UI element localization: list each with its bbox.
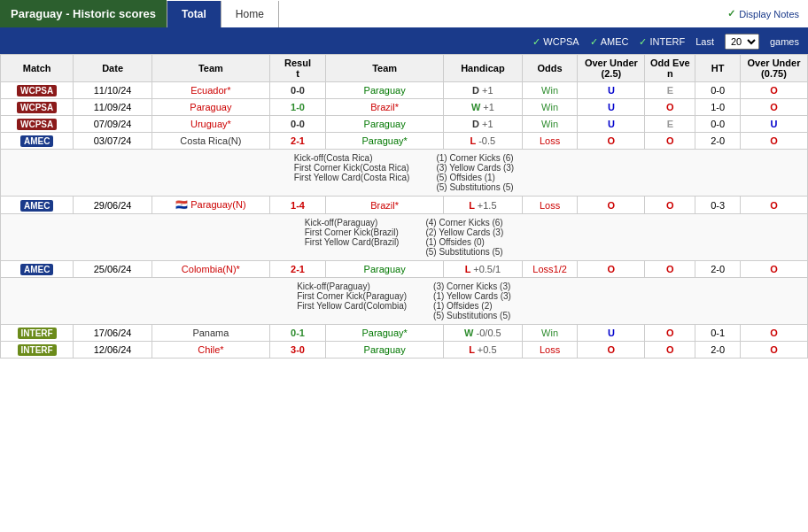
badge-cell: WCPSA <box>1 82 74 99</box>
date-cell: 29/06/24 <box>74 197 152 214</box>
ou25-cell: U <box>578 82 645 99</box>
result-cell: 1-4 <box>269 197 325 214</box>
detail-left: Kick-off(Paraguay)First Corner Kick(Para… <box>297 281 407 320</box>
detail-row: Kick-off(Paraguay)First Corner Kick(Braz… <box>1 214 808 261</box>
oddeven-cell: O <box>645 197 695 214</box>
result-letter-cell: L -0.5 <box>444 133 523 150</box>
result-letter-cell: D +1 <box>444 116 523 133</box>
checkmark-icon: ✓ <box>727 8 735 19</box>
table-row: INTERF 17/06/24 Panama 0-1 Paraguay* W -… <box>1 325 808 342</box>
col-ou25: Over Under (2.5) <box>578 55 645 82</box>
filter-wcpsa[interactable]: ✓ WCPSA <box>532 36 579 48</box>
last-select[interactable]: 20 10 30 50 <box>725 34 759 50</box>
ou075-cell: O <box>740 133 807 150</box>
odds-cell: Win <box>522 99 578 116</box>
oddeven-cell: E <box>645 82 695 99</box>
result-cell: 2-1 <box>269 133 325 150</box>
ou075-cell: O <box>740 342 807 359</box>
matches-table: Match Date Team Result Team Handicap Odd… <box>0 54 808 359</box>
detail-cell: Kick-off(Costa Rica)First Corner Kick(Co… <box>1 150 808 197</box>
header-title: Paraguay - Historic scores <box>0 0 167 27</box>
tab-home[interactable]: Home <box>221 1 279 27</box>
ht-cell: 0-1 <box>695 325 741 342</box>
team1-cell: Costa Rica(N) <box>152 133 269 150</box>
ou25-cell: O <box>578 261 645 278</box>
table-row: WCPSA 11/10/24 Ecuador* 0-0 Paraguay D +… <box>1 82 808 99</box>
oddeven-cell: O <box>645 325 695 342</box>
odds-cell: Loss <box>522 342 578 359</box>
ht-cell: 0-3 <box>695 197 741 214</box>
col-date: Date <box>74 55 152 82</box>
oddeven-cell: O <box>645 261 695 278</box>
display-notes-toggle[interactable]: ✓ Display Notes <box>719 4 808 23</box>
ht-cell: 1-0 <box>695 99 741 116</box>
badge-cell: AMEC <box>1 261 74 278</box>
oddeven-cell: O <box>645 342 695 359</box>
ht-cell: 0-0 <box>695 116 741 133</box>
ou075-cell: O <box>740 197 807 214</box>
team1-cell: 🇵🇾 Paraguay(N) <box>152 197 269 214</box>
badge-cell: INTERF <box>1 342 74 359</box>
ht-cell: 2-0 <box>695 261 741 278</box>
team2-cell: Paraguay <box>326 261 444 278</box>
team2-cell: Paraguay <box>326 82 444 99</box>
table-row: AMEC 03/07/24 Costa Rica(N) 2-1 Paraguay… <box>1 133 808 150</box>
date-cell: 03/07/24 <box>74 133 152 150</box>
col-result: Result <box>269 55 325 82</box>
result-cell: 1-0 <box>269 99 325 116</box>
filter-interf[interactable]: ✓ INTERF <box>639 36 685 48</box>
oddeven-cell: E <box>645 116 695 133</box>
result-letter-cell: W +1 <box>444 99 523 116</box>
date-cell: 17/06/24 <box>74 325 152 342</box>
badge-cell: INTERF <box>1 325 74 342</box>
tab-total[interactable]: Total <box>167 1 221 27</box>
oddeven-cell: O <box>645 99 695 116</box>
col-match: Match <box>1 55 74 82</box>
odds-cell: Loss <box>522 133 578 150</box>
detail-row: Kick-off(Paraguay)First Corner Kick(Para… <box>1 278 808 325</box>
amec-check-icon: ✓ <box>590 36 598 48</box>
team1-cell: Paraguay <box>152 99 269 116</box>
badge-cell: AMEC <box>1 197 74 214</box>
result-cell: 3-0 <box>269 342 325 359</box>
detail-left: Kick-off(Costa Rica)First Corner Kick(Co… <box>294 153 410 192</box>
col-oddeven: Odd Eve n <box>645 55 695 82</box>
header: Paraguay - Historic scores Total Home ✓ … <box>0 0 808 29</box>
col-team2: Team <box>326 55 444 82</box>
table-row: WCPSA 11/09/24 Paraguay 1-0 Brazil* W +1… <box>1 99 808 116</box>
col-handicap: Handicap <box>444 55 523 82</box>
result-letter-cell: D +1 <box>444 82 523 99</box>
badge-cell: WCPSA <box>1 116 74 133</box>
team1-cell: Colombia(N)* <box>152 261 269 278</box>
ht-cell: 2-0 <box>695 342 741 359</box>
team2-cell: Paraguay <box>326 116 444 133</box>
result-letter-cell: L +0.5/1 <box>444 261 523 278</box>
odds-cell: Win <box>522 82 578 99</box>
ou075-cell: O <box>740 261 807 278</box>
result-cell: 0-0 <box>269 116 325 133</box>
ou25-cell: U <box>578 325 645 342</box>
wcpsa-check-icon: ✓ <box>532 36 540 48</box>
result-cell: 0-1 <box>269 325 325 342</box>
detail-right: (4) Corner Kicks (6)(2) Yellow Cards (3)… <box>425 218 503 257</box>
last-label: Last <box>695 36 714 47</box>
result-letter-cell: L +0.5 <box>444 342 523 359</box>
games-label: games <box>770 36 799 47</box>
interf-label: INTERF <box>649 36 685 47</box>
detail-cell: Kick-off(Paraguay)First Corner Kick(Braz… <box>1 214 808 261</box>
table-row: AMEC 25/06/24 Colombia(N)* 2-1 Paraguay … <box>1 261 808 278</box>
result-letter-cell: L +1.5 <box>444 197 523 214</box>
ou25-cell: U <box>578 99 645 116</box>
team1-cell: Chile* <box>152 342 269 359</box>
col-odds: Odds <box>522 55 578 82</box>
result-cell: 0-0 <box>269 82 325 99</box>
table-row: WCPSA 07/09/24 Uruguay* 0-0 Paraguay D +… <box>1 116 808 133</box>
team2-cell: Brazil* <box>326 197 444 214</box>
badge-cell: WCPSA <box>1 99 74 116</box>
ou25-cell: U <box>578 116 645 133</box>
oddeven-cell: O <box>645 133 695 150</box>
filter-amec[interactable]: ✓ AMEC <box>590 36 629 48</box>
date-cell: 07/09/24 <box>74 116 152 133</box>
team2-cell: Paraguay <box>326 342 444 359</box>
date-cell: 12/06/24 <box>74 342 152 359</box>
